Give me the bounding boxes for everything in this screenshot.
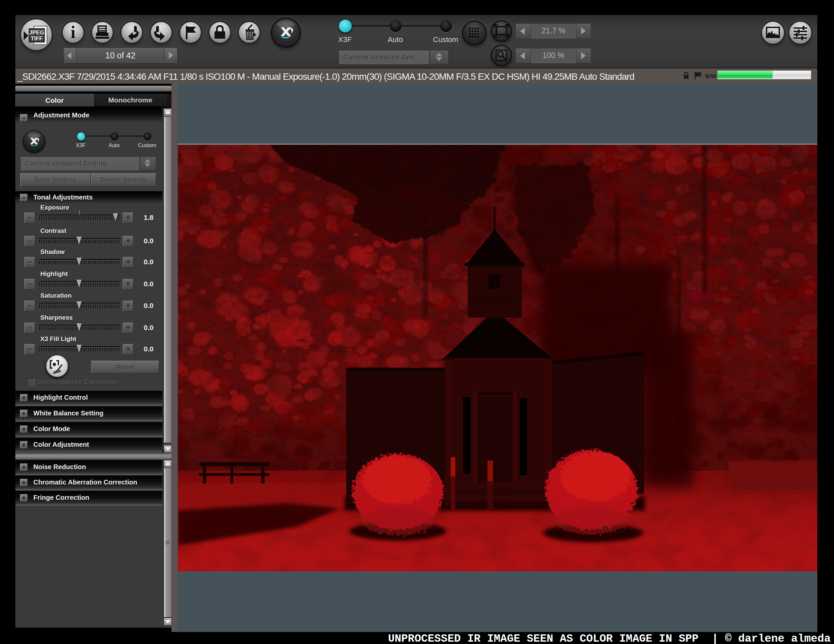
- svg-text:B/W: B/W: [705, 73, 716, 79]
- svg-text:i: i: [71, 23, 75, 42]
- svg-text:TIFF: TIFF: [31, 36, 43, 42]
- svg-text:JPEG: JPEG: [29, 29, 44, 36]
